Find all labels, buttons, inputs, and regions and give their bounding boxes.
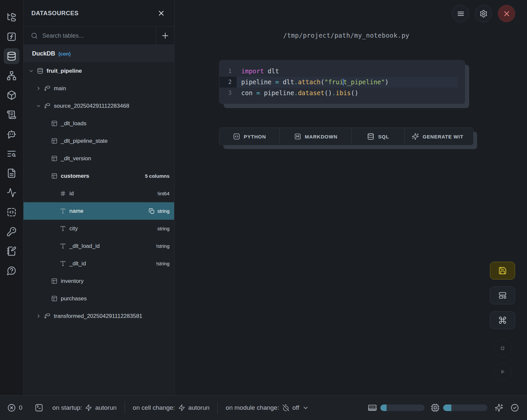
rail-item-datasources[interactable] — [4, 48, 19, 64]
rail-item-functions[interactable] — [4, 29, 19, 45]
cpu-icon — [431, 403, 440, 412]
add-markdown-button[interactable]: MARKDOWN — [280, 128, 352, 145]
circle-check-icon[interactable] — [510, 403, 519, 412]
add-datasource-button[interactable] — [156, 27, 174, 45]
type-icon — [60, 225, 66, 232]
status-item-label: on cell change: — [133, 404, 175, 411]
close-icon[interactable] — [156, 8, 166, 18]
tree-row-col-id[interactable]: id!int64 — [23, 185, 174, 202]
tree-row-main[interactable]: main — [23, 80, 174, 97]
command-icon — [498, 316, 507, 325]
rail-item-secrets[interactable] — [4, 224, 19, 240]
rail-item-packages[interactable] — [4, 87, 19, 103]
line-number: 2 — [219, 77, 237, 88]
timer-off-icon — [282, 404, 289, 411]
stop-button[interactable] — [494, 339, 511, 357]
status-right — [368, 403, 519, 412]
tree-row-transformed_202504291112283581[interactable]: transformed_202504291112283581 — [23, 307, 174, 325]
chevron-down-icon — [36, 103, 41, 108]
status-item-on-startup[interactable]: on startup:autorun — [53, 404, 117, 411]
copy-icon[interactable] — [149, 208, 155, 214]
button-label: SQL — [378, 134, 389, 139]
schema-icon — [44, 85, 51, 92]
sparkles-icon — [412, 133, 419, 140]
errors-icon[interactable] — [7, 403, 16, 412]
rail-item-help[interactable] — [4, 263, 19, 279]
chevron-down-icon — [302, 404, 309, 411]
code-text: pipeline = dlt.attach("fruit_pipeline") — [237, 77, 458, 88]
rail-item-documentation[interactable] — [4, 243, 19, 259]
add-python-button[interactable]: PYTHON — [219, 128, 280, 145]
tree-label: _dlt_load_id — [69, 243, 100, 249]
tree-row-col-dlt-load-id[interactable]: _dlt_load_id!string — [23, 237, 174, 255]
tree-row-col-city[interactable]: citystring — [23, 220, 174, 237]
tree-row-source_202504291112283468[interactable]: source_202504291112283468 — [23, 97, 174, 115]
editor-area: /tmp/project/path/my_notebook.py 1import… — [174, 0, 527, 395]
tree-row-col-name[interactable]: namestring — [23, 202, 174, 220]
tree-label: name — [69, 208, 84, 214]
add-cell-buttons: PYTHONMARKDOWNSQLGENERATE WIT — [219, 128, 473, 145]
database-icon — [37, 68, 44, 74]
square-m-icon — [294, 133, 301, 140]
status-item-value: autorun — [188, 404, 209, 411]
status-bar: 0 on startup:autorunon cell change:autor… — [0, 395, 527, 420]
tree-row-dlt_version[interactable]: _dlt_version — [23, 150, 174, 167]
rail-item-chat[interactable] — [4, 126, 19, 142]
rail-item-snippets[interactable] — [4, 165, 19, 181]
app-window: DATASOURCES DuckDB (con) fruit_pipelinem… — [0, 0, 527, 420]
tree-row-purchases[interactable]: purchases — [23, 290, 174, 307]
runtime-settings: on startup:autorunon cell change:autorun… — [53, 401, 309, 414]
code-cell[interactable]: 1import dlt2pipeline = dlt.attach("fruit… — [219, 60, 465, 104]
schema-icon — [44, 103, 51, 109]
tree-row-dlt_pipeline_state[interactable]: _dlt_pipeline_state — [23, 132, 174, 150]
rail-item-search-logs[interactable] — [4, 146, 19, 162]
terminal-icon[interactable] — [35, 403, 43, 412]
sparkles-icon[interactable] — [495, 403, 503, 412]
menu-button[interactable] — [452, 5, 469, 22]
status-item-value: off — [292, 404, 299, 411]
status-item-label: on module change: — [226, 404, 279, 411]
tree-row-col-dlt-id[interactable]: _dlt_id!string — [23, 255, 174, 272]
add-sql-button[interactable]: SQL — [352, 128, 404, 145]
settings-button[interactable] — [475, 5, 492, 22]
ram-usage-bar — [380, 404, 425, 411]
table-icon — [51, 120, 58, 127]
type-icon — [60, 260, 66, 267]
tree-row-dlt_loads[interactable]: _dlt_loads — [23, 115, 174, 132]
tree-row-fruit_pipeline[interactable]: fruit_pipeline — [23, 62, 174, 80]
status-item-on-module-change[interactable]: on module change:off — [226, 404, 309, 411]
memory-icon — [368, 403, 377, 412]
square-code-icon — [233, 133, 240, 140]
rail-item-tracing[interactable] — [4, 185, 19, 201]
zap-icon — [85, 404, 92, 411]
close-icon — [503, 10, 511, 18]
save-button[interactable] — [490, 262, 515, 280]
rail-item-scratchpad[interactable] — [4, 204, 19, 220]
zap-icon — [178, 404, 185, 411]
tree-row-meta: string — [149, 208, 169, 214]
status-item-on-cell-change[interactable]: on cell change:autorun — [133, 404, 209, 411]
rail-item-dependencies[interactable] — [4, 68, 19, 84]
rail-item-logs[interactable] — [4, 107, 19, 123]
connection-duckdb[interactable]: DuckDB (con) — [23, 45, 174, 62]
search-input[interactable] — [42, 32, 156, 39]
play-icon — [499, 368, 507, 376]
tree-label: _dlt_loads — [61, 120, 87, 127]
tree-label: transformed_202504291112283581 — [54, 313, 142, 320]
error-count: 0 — [19, 404, 22, 411]
command-palette-button[interactable] — [490, 311, 515, 329]
notebook-file-path[interactable]: /tmp/project/path/my_notebook.py — [174, 32, 518, 39]
button-label: GENERATE WIT — [423, 134, 463, 139]
line-number: 1 — [219, 66, 237, 77]
add-generate-button[interactable]: GENERATE WIT — [404, 128, 473, 145]
run-button[interactable] — [494, 363, 511, 381]
rail-item-file-tree[interactable] — [4, 9, 19, 25]
tree-row-customers[interactable]: customers5 columns — [23, 167, 174, 185]
chevron-down-icon — [29, 68, 34, 73]
type-icon — [60, 243, 66, 249]
gear-icon — [479, 10, 488, 18]
close-app-button[interactable] — [498, 5, 515, 22]
chevron-right-icon — [36, 86, 41, 91]
layout-button[interactable] — [490, 286, 515, 304]
tree-row-inventory[interactable]: inventory — [23, 272, 174, 290]
